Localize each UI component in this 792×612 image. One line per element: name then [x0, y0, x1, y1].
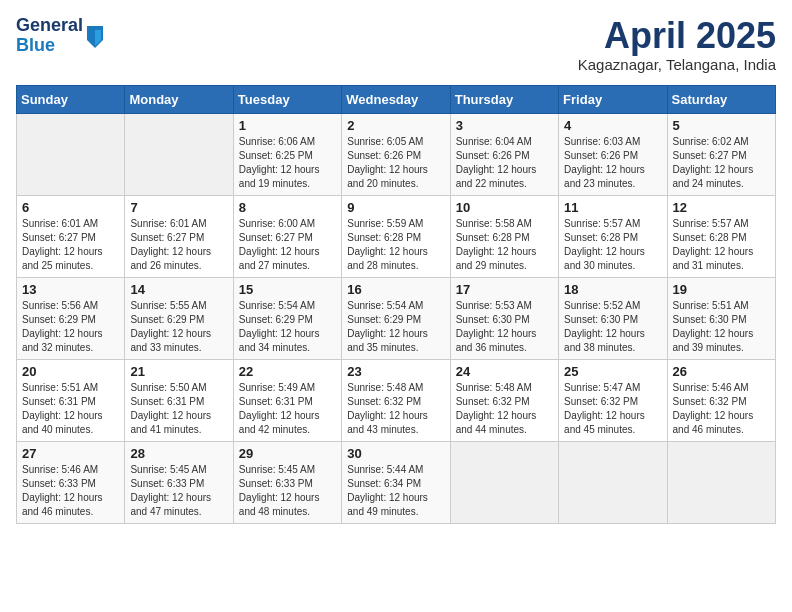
header: GeneralBlue April 2025 Kagaznagar, Telan…: [16, 16, 776, 73]
calendar-cell: 14Sunrise: 5:55 AM Sunset: 6:29 PM Dayli…: [125, 277, 233, 359]
day-info: Sunrise: 5:46 AM Sunset: 6:32 PM Dayligh…: [673, 381, 770, 437]
calendar-cell: 5Sunrise: 6:02 AM Sunset: 6:27 PM Daylig…: [667, 113, 775, 195]
day-number: 11: [564, 200, 661, 215]
day-info: Sunrise: 6:04 AM Sunset: 6:26 PM Dayligh…: [456, 135, 553, 191]
day-info: Sunrise: 5:56 AM Sunset: 6:29 PM Dayligh…: [22, 299, 119, 355]
day-info: Sunrise: 5:57 AM Sunset: 6:28 PM Dayligh…: [564, 217, 661, 273]
day-of-week-header: Saturday: [667, 85, 775, 113]
day-number: 27: [22, 446, 119, 461]
day-info: Sunrise: 5:54 AM Sunset: 6:29 PM Dayligh…: [239, 299, 336, 355]
day-number: 30: [347, 446, 444, 461]
day-info: Sunrise: 5:51 AM Sunset: 6:31 PM Dayligh…: [22, 381, 119, 437]
day-number: 3: [456, 118, 553, 133]
day-info: Sunrise: 5:48 AM Sunset: 6:32 PM Dayligh…: [456, 381, 553, 437]
day-number: 7: [130, 200, 227, 215]
calendar-cell: 30Sunrise: 5:44 AM Sunset: 6:34 PM Dayli…: [342, 441, 450, 523]
calendar-cell: 21Sunrise: 5:50 AM Sunset: 6:31 PM Dayli…: [125, 359, 233, 441]
calendar-cell: [125, 113, 233, 195]
day-number: 28: [130, 446, 227, 461]
day-info: Sunrise: 5:59 AM Sunset: 6:28 PM Dayligh…: [347, 217, 444, 273]
day-number: 13: [22, 282, 119, 297]
calendar-cell: [450, 441, 558, 523]
calendar-cell: 23Sunrise: 5:48 AM Sunset: 6:32 PM Dayli…: [342, 359, 450, 441]
day-of-week-header: Tuesday: [233, 85, 341, 113]
day-number: 21: [130, 364, 227, 379]
day-info: Sunrise: 6:06 AM Sunset: 6:25 PM Dayligh…: [239, 135, 336, 191]
calendar-cell: 9Sunrise: 5:59 AM Sunset: 6:28 PM Daylig…: [342, 195, 450, 277]
day-number: 14: [130, 282, 227, 297]
calendar-cell: 7Sunrise: 6:01 AM Sunset: 6:27 PM Daylig…: [125, 195, 233, 277]
day-info: Sunrise: 6:01 AM Sunset: 6:27 PM Dayligh…: [130, 217, 227, 273]
day-info: Sunrise: 5:57 AM Sunset: 6:28 PM Dayligh…: [673, 217, 770, 273]
logo-icon: [85, 22, 105, 50]
calendar-cell: 15Sunrise: 5:54 AM Sunset: 6:29 PM Dayli…: [233, 277, 341, 359]
day-info: Sunrise: 5:58 AM Sunset: 6:28 PM Dayligh…: [456, 217, 553, 273]
day-info: Sunrise: 5:47 AM Sunset: 6:32 PM Dayligh…: [564, 381, 661, 437]
calendar-cell: 1Sunrise: 6:06 AM Sunset: 6:25 PM Daylig…: [233, 113, 341, 195]
calendar-week-row: 1Sunrise: 6:06 AM Sunset: 6:25 PM Daylig…: [17, 113, 776, 195]
day-number: 16: [347, 282, 444, 297]
calendar-cell: 24Sunrise: 5:48 AM Sunset: 6:32 PM Dayli…: [450, 359, 558, 441]
day-info: Sunrise: 6:05 AM Sunset: 6:26 PM Dayligh…: [347, 135, 444, 191]
calendar-table: SundayMondayTuesdayWednesdayThursdayFrid…: [16, 85, 776, 524]
day-info: Sunrise: 6:03 AM Sunset: 6:26 PM Dayligh…: [564, 135, 661, 191]
day-info: Sunrise: 5:51 AM Sunset: 6:30 PM Dayligh…: [673, 299, 770, 355]
day-number: 26: [673, 364, 770, 379]
day-info: Sunrise: 5:46 AM Sunset: 6:33 PM Dayligh…: [22, 463, 119, 519]
day-info: Sunrise: 5:53 AM Sunset: 6:30 PM Dayligh…: [456, 299, 553, 355]
calendar-cell: 22Sunrise: 5:49 AM Sunset: 6:31 PM Dayli…: [233, 359, 341, 441]
calendar-cell: 19Sunrise: 5:51 AM Sunset: 6:30 PM Dayli…: [667, 277, 775, 359]
day-number: 15: [239, 282, 336, 297]
day-info: Sunrise: 5:45 AM Sunset: 6:33 PM Dayligh…: [130, 463, 227, 519]
calendar-header-row: SundayMondayTuesdayWednesdayThursdayFrid…: [17, 85, 776, 113]
calendar-week-row: 13Sunrise: 5:56 AM Sunset: 6:29 PM Dayli…: [17, 277, 776, 359]
calendar-cell: 26Sunrise: 5:46 AM Sunset: 6:32 PM Dayli…: [667, 359, 775, 441]
day-number: 18: [564, 282, 661, 297]
day-number: 17: [456, 282, 553, 297]
calendar-cell: 13Sunrise: 5:56 AM Sunset: 6:29 PM Dayli…: [17, 277, 125, 359]
calendar-week-row: 27Sunrise: 5:46 AM Sunset: 6:33 PM Dayli…: [17, 441, 776, 523]
day-number: 24: [456, 364, 553, 379]
month-title: April 2025: [578, 16, 776, 56]
calendar-cell: 27Sunrise: 5:46 AM Sunset: 6:33 PM Dayli…: [17, 441, 125, 523]
day-info: Sunrise: 6:00 AM Sunset: 6:27 PM Dayligh…: [239, 217, 336, 273]
calendar-cell: 6Sunrise: 6:01 AM Sunset: 6:27 PM Daylig…: [17, 195, 125, 277]
day-info: Sunrise: 5:44 AM Sunset: 6:34 PM Dayligh…: [347, 463, 444, 519]
calendar-cell: 18Sunrise: 5:52 AM Sunset: 6:30 PM Dayli…: [559, 277, 667, 359]
calendar-cell: 28Sunrise: 5:45 AM Sunset: 6:33 PM Dayli…: [125, 441, 233, 523]
title-area: April 2025 Kagaznagar, Telangana, India: [578, 16, 776, 73]
day-info: Sunrise: 6:02 AM Sunset: 6:27 PM Dayligh…: [673, 135, 770, 191]
logo: GeneralBlue: [16, 16, 105, 56]
calendar-cell: 17Sunrise: 5:53 AM Sunset: 6:30 PM Dayli…: [450, 277, 558, 359]
calendar-cell: 10Sunrise: 5:58 AM Sunset: 6:28 PM Dayli…: [450, 195, 558, 277]
calendar-cell: 25Sunrise: 5:47 AM Sunset: 6:32 PM Dayli…: [559, 359, 667, 441]
logo-text: GeneralBlue: [16, 16, 83, 56]
calendar-cell: 12Sunrise: 5:57 AM Sunset: 6:28 PM Dayli…: [667, 195, 775, 277]
day-info: Sunrise: 5:54 AM Sunset: 6:29 PM Dayligh…: [347, 299, 444, 355]
calendar-cell: 29Sunrise: 5:45 AM Sunset: 6:33 PM Dayli…: [233, 441, 341, 523]
day-number: 25: [564, 364, 661, 379]
day-of-week-header: Wednesday: [342, 85, 450, 113]
calendar-cell: 20Sunrise: 5:51 AM Sunset: 6:31 PM Dayli…: [17, 359, 125, 441]
day-number: 20: [22, 364, 119, 379]
day-of-week-header: Friday: [559, 85, 667, 113]
calendar-week-row: 6Sunrise: 6:01 AM Sunset: 6:27 PM Daylig…: [17, 195, 776, 277]
day-number: 19: [673, 282, 770, 297]
day-number: 9: [347, 200, 444, 215]
calendar-cell: 2Sunrise: 6:05 AM Sunset: 6:26 PM Daylig…: [342, 113, 450, 195]
location-subtitle: Kagaznagar, Telangana, India: [578, 56, 776, 73]
calendar-cell: [667, 441, 775, 523]
day-number: 22: [239, 364, 336, 379]
calendar-cell: [559, 441, 667, 523]
calendar-cell: 4Sunrise: 6:03 AM Sunset: 6:26 PM Daylig…: [559, 113, 667, 195]
day-of-week-header: Sunday: [17, 85, 125, 113]
day-info: Sunrise: 5:50 AM Sunset: 6:31 PM Dayligh…: [130, 381, 227, 437]
calendar-cell: [17, 113, 125, 195]
day-info: Sunrise: 5:52 AM Sunset: 6:30 PM Dayligh…: [564, 299, 661, 355]
day-number: 10: [456, 200, 553, 215]
day-number: 23: [347, 364, 444, 379]
day-number: 4: [564, 118, 661, 133]
day-info: Sunrise: 5:49 AM Sunset: 6:31 PM Dayligh…: [239, 381, 336, 437]
calendar-cell: 3Sunrise: 6:04 AM Sunset: 6:26 PM Daylig…: [450, 113, 558, 195]
day-number: 8: [239, 200, 336, 215]
